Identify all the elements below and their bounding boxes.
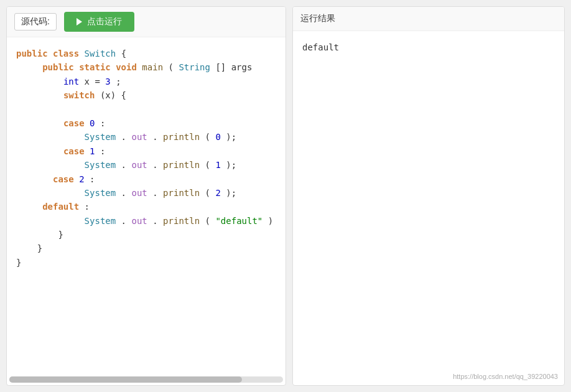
- code-line-3: int x = 3 ;: [16, 75, 276, 88]
- run-button-label: 点击运行: [87, 16, 122, 27]
- code-line-7: System . out . println ( 0 );: [16, 130, 276, 144]
- run-arrow-icon: [77, 18, 82, 26]
- code-line-1: public class Switch {: [16, 47, 276, 60]
- code-line-11: System . out . println ( 2 );: [16, 186, 276, 200]
- right-panel: 运行结果 default https://blog.csdn.net/qq_39…: [292, 6, 565, 386]
- right-panel-header: 运行结果: [293, 7, 564, 31]
- watermark: https://blog.csdn.net/qq_39220043: [453, 373, 558, 380]
- class-name-switch: Switch: [85, 49, 116, 58]
- code-line-8: case 1 :: [16, 144, 276, 158]
- code-line-4: switch (x) {: [16, 88, 276, 102]
- left-panel-header: 源代码: 点击运行: [7, 7, 286, 37]
- code-line-13: System . out . println ( "default" ): [16, 214, 276, 228]
- code-line-16: }: [16, 256, 276, 269]
- code-line-6: case 0 :: [16, 116, 276, 130]
- horizontal-scrollbar[interactable]: [9, 376, 283, 383]
- code-line-10: case 2 :: [16, 172, 276, 186]
- code-line-5: [16, 103, 276, 116]
- code-line-12: default :: [16, 200, 276, 213]
- left-panel: 源代码: 点击运行 public class Switch { public: [6, 6, 286, 386]
- main-container: 源代码: 点击运行 public class Switch { public: [0, 0, 571, 392]
- code-line-14: }: [16, 228, 276, 241]
- code-line-2: public static void main ( String [] args: [16, 60, 276, 74]
- result-area: default: [293, 31, 564, 385]
- scrollbar-thumb: [9, 376, 242, 383]
- code-line-15: }: [16, 241, 276, 255]
- code-area[interactable]: public class Switch { public static void…: [7, 37, 286, 385]
- source-label: 源代码:: [14, 13, 57, 30]
- run-button[interactable]: 点击运行: [64, 12, 134, 32]
- output-text: default: [302, 42, 339, 52]
- kw-public: public: [16, 49, 48, 58]
- code-line-9: System . out . println ( 1 );: [16, 158, 276, 172]
- kw-class: class: [53, 49, 79, 58]
- result-label: 运行结果: [300, 12, 335, 26]
